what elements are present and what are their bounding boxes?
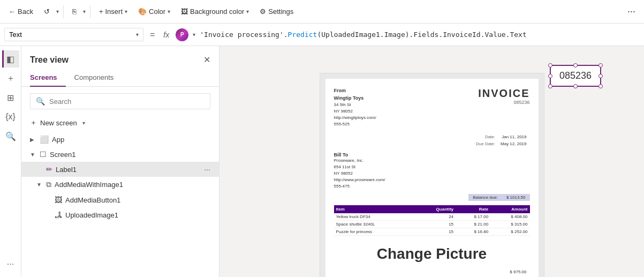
more-options-button[interactable]: ··· (2, 256, 19, 273)
color-chevron-icon: ▾ (168, 9, 170, 14)
handle-bottom-right[interactable] (598, 84, 603, 88)
balance-box: Balance due: $ 1013.50 (468, 194, 529, 201)
color-button[interactable]: 🎨 Color ▾ (134, 5, 175, 18)
formula-input[interactable]: 'Invoice processing'.Predict(UploadedIma… (200, 31, 640, 39)
label-icon: ✏ (46, 165, 52, 174)
handle-bottom-left[interactable] (548, 84, 552, 88)
text-overlay-box[interactable]: 085236 (550, 65, 601, 87)
divider-1 (63, 5, 64, 18)
rate-2: $ 21.00 (456, 221, 490, 228)
formula-string: 'Invoice processing'. (200, 31, 287, 39)
more-button[interactable]: ··· (623, 4, 640, 19)
invoice-title: INVOICE (478, 87, 529, 100)
new-screen-chevron-icon: ▾ (82, 120, 85, 126)
search-icon: 🔍 (36, 97, 45, 106)
image-icon: 🏞 (55, 211, 62, 219)
layers-icon: ◧ (6, 54, 14, 64)
tree-header: Tree view ✕ (21, 46, 219, 69)
settings-icon: ⚙ (260, 8, 266, 16)
handle-top-left[interactable] (548, 63, 552, 68)
app-icon: ⬜ (40, 135, 49, 144)
bg-color-chevron-icon: ▾ (246, 9, 249, 14)
handle-bottom-center[interactable] (573, 84, 578, 88)
totals-table: $ 975.00 $ 19.5 Shipping: $ 19.0 Total: (481, 268, 530, 277)
tree-item-app[interactable]: ▶ ⬜ App (21, 132, 219, 147)
bill-website: http://www.proseware.com/ (334, 177, 385, 182)
equals-sign: = (148, 30, 157, 40)
label1-label: Label1 (56, 166, 77, 174)
app-label: App (52, 136, 64, 144)
tab-components[interactable]: Components (66, 69, 123, 87)
paste-button[interactable]: ⎘ (68, 5, 81, 18)
paste-icon: ⎘ (72, 8, 77, 16)
toolbar: ← Back ↺ ▾ ⎘ ▾ + Insert ▾ 🎨 Color ▾ 🖼 Ba… (0, 0, 644, 24)
tree-item-addmediawithimage1[interactable]: ▼ ⧉ AddMediaWithImage1 (21, 177, 219, 192)
search-input[interactable] (49, 98, 204, 106)
tree-item-addmediabutton1[interactable]: 🖼 AddMediaButton1 (21, 192, 219, 207)
search-icon-button[interactable]: 🔍 (2, 128, 19, 145)
ellipsis-icon: ··· (7, 259, 14, 269)
insert-button[interactable]: + Insert ▾ (95, 5, 132, 18)
qty-2: 15 (415, 221, 456, 228)
item-2: Space shuttle 3240L (334, 221, 415, 228)
formula-args: (UploadedImage1.Image).Fields.InvoiceId.… (317, 31, 526, 39)
label1-more-button[interactable]: ··· (204, 165, 210, 174)
col-amount: Amount (490, 205, 529, 213)
rate-1: $ 17.00 (456, 213, 490, 221)
date-value: Jan 11, 2019 (498, 134, 528, 140)
logo-chevron-icon[interactable]: ▾ (193, 32, 195, 38)
from-label: From (334, 88, 346, 93)
add-icon-button[interactable]: ＋ (2, 70, 19, 87)
invoice-canvas: From Wingtip Toys 34 5th St NY 98052 htt… (320, 73, 544, 277)
handle-top-center[interactable] (573, 63, 578, 68)
bg-color-button[interactable]: 🖼 Background color ▾ (177, 5, 253, 18)
tree-item-label1[interactable]: ✏ Label1 ··· (21, 162, 219, 177)
handle-top-right[interactable] (598, 63, 603, 68)
table-header-row: Item Quantity Rate Amount (334, 205, 530, 213)
formula-predict: Predict (288, 31, 317, 39)
balance-row: Balance due: $ 1013.50 (334, 194, 530, 201)
handle-middle-left[interactable] (548, 74, 552, 78)
settings-button[interactable]: ⚙ Settings (255, 5, 298, 18)
formula-bar: Text ▾ = fx P ▾ 'Invoice processing'.Pre… (0, 24, 644, 46)
col-qty: Quantity (415, 205, 456, 213)
bill-company: Proseware, Inc. (334, 158, 364, 163)
handle-middle-right[interactable] (598, 74, 603, 78)
new-screen-button[interactable]: ＋ New screen ▾ (21, 114, 219, 132)
screen-icon: ☐ (40, 150, 47, 159)
variable-icon-button[interactable]: {x} (2, 108, 19, 125)
table-row: Yellow truck DF34 24 $ 17.00 $ 408.00 (334, 213, 530, 221)
undo-chevron-icon[interactable]: ▾ (56, 9, 59, 14)
invoice-table-body: Yellow truck DF34 24 $ 17.00 $ 408.00 Sp… (334, 213, 530, 236)
close-button[interactable]: ✕ (203, 55, 210, 65)
search-box: 🔍 (30, 93, 210, 109)
invoice-table-head: Item Quantity Rate Amount (334, 205, 530, 213)
grid-icon-button[interactable]: ⊞ (2, 89, 19, 106)
bill-address: 654 11st St (334, 164, 355, 169)
screen1-label: Screen1 (50, 151, 75, 159)
tab-screens[interactable]: Screens (30, 69, 66, 87)
layers-icon-button[interactable]: ◧ (2, 50, 19, 68)
paste-chevron-icon[interactable]: ▾ (83, 9, 86, 14)
tree-item-screen1[interactable]: ▼ ☐ Screen1 (21, 147, 219, 162)
expand-icon: ▼ (36, 182, 43, 188)
subtotal-row: $ 975.00 (482, 269, 529, 275)
color-icon: 🎨 (138, 8, 147, 16)
due-date-value: May 12, 2019 (498, 141, 528, 147)
insert-chevron-icon: ▾ (125, 9, 127, 14)
property-dropdown[interactable]: Text ▾ (4, 28, 143, 41)
search-icon: 🔍 (5, 131, 16, 141)
table-row: Space shuttle 3240L 15 $ 21.00 $ 315.00 (334, 221, 530, 228)
back-button[interactable]: ← Back (4, 5, 37, 18)
bill-to-label: Bill To (334, 152, 348, 158)
tree-item-uploadedimage1[interactable]: 🏞 UploadedImage1 (21, 207, 219, 222)
undo-button[interactable]: ↺ (40, 5, 54, 18)
bg-color-label: Background color (190, 8, 244, 16)
change-picture-label: Change Picture (334, 240, 530, 268)
col-rate: Rate (456, 205, 490, 213)
invoice-from: From Wingtip Toys 34 5th St NY 98052 htt… (334, 87, 376, 128)
expand-icon: ▼ (30, 152, 36, 158)
amount-3: $ 252.00 (490, 228, 529, 236)
settings-label: Settings (268, 8, 293, 16)
address1: 34 5th St (334, 102, 351, 107)
